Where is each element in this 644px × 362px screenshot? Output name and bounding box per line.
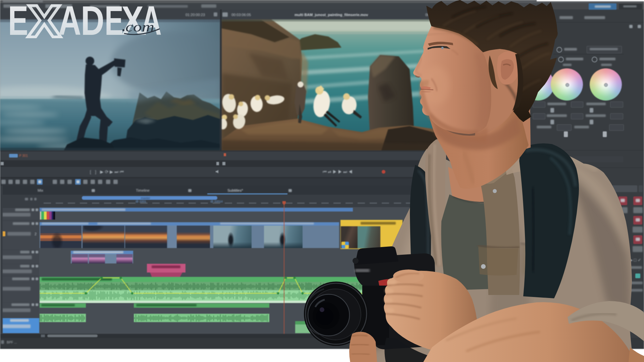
svg-text:A: A <box>58 2 81 42</box>
svg-text:E: E <box>8 2 28 42</box>
svg-text:D: D <box>81 2 104 42</box>
svg-text:E: E <box>105 2 123 42</box>
svg-text:X: X <box>28 2 61 42</box>
